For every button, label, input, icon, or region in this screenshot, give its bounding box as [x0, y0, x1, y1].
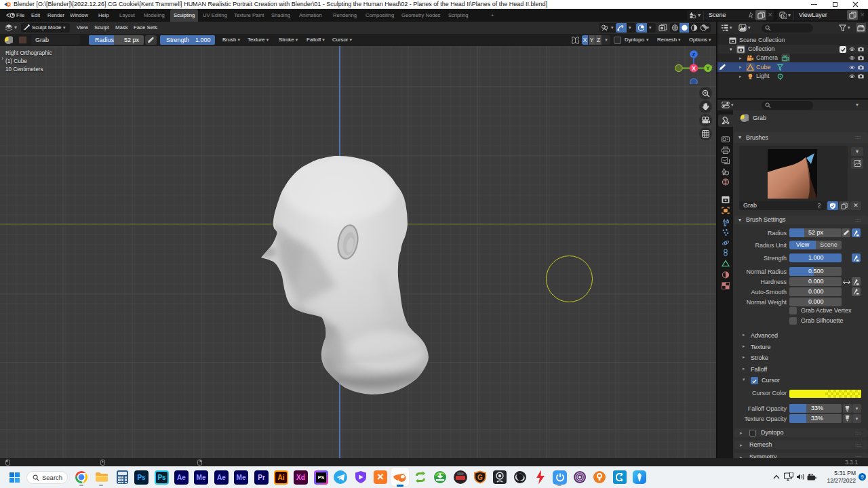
svg-text:Y: Y [706, 65, 710, 71]
svg-text:Z: Z [692, 52, 696, 58]
svg-text:X: X [692, 65, 696, 72]
